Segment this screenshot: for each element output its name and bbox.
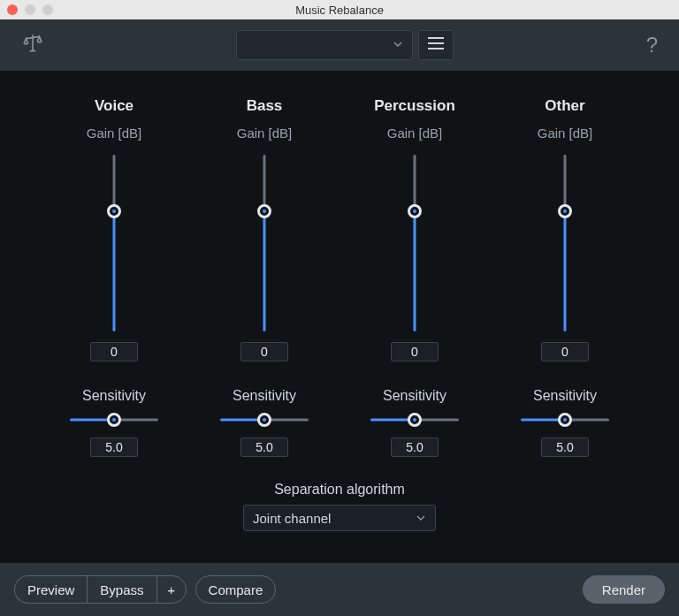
gain-slider-percussion[interactable] bbox=[406, 155, 423, 331]
sensitivity-label: Sensitivity bbox=[383, 388, 446, 404]
gain-slider-voice[interactable] bbox=[105, 155, 123, 331]
channel-title: Other bbox=[545, 97, 584, 115]
channel-title: Bass bbox=[247, 97, 283, 115]
preview-bypass-group: Preview Bypass + bbox=[14, 575, 187, 604]
gain-slider-bass[interactable] bbox=[256, 155, 273, 331]
main-panel: Voice Gain [dB] 0 Sensitivity 5.0 Bass G… bbox=[0, 71, 679, 563]
render-button[interactable]: Render bbox=[583, 575, 665, 604]
separation-dropdown[interactable]: Joint channel bbox=[243, 505, 436, 531]
channel-other: Other Gain [dB] 0 Sensitivity 5.0 bbox=[516, 97, 614, 457]
channel-percussion: Percussion Gain [dB] 0 Sensitivity 5.0 bbox=[366, 97, 463, 457]
gain-value-voice[interactable]: 0 bbox=[90, 342, 138, 361]
menu-icon bbox=[427, 36, 445, 54]
channel-bass: Bass Gain [dB] 0 Sensitivity 5.0 bbox=[216, 97, 313, 457]
sensitivity-value-other[interactable]: 5.0 bbox=[541, 437, 589, 457]
sensitivity-label: Sensitivity bbox=[233, 388, 296, 404]
channel-title: Voice bbox=[95, 97, 134, 115]
channels-row: Voice Gain [dB] 0 Sensitivity 5.0 Bass G… bbox=[18, 97, 661, 457]
topbar: ? bbox=[0, 19, 679, 71]
gain-label: Gain [dB] bbox=[87, 125, 142, 141]
add-snapshot-button[interactable]: + bbox=[156, 575, 187, 604]
sensitivity-value-voice[interactable]: 5.0 bbox=[90, 437, 138, 457]
channel-voice: Voice Gain [dB] 0 Sensitivity 5.0 bbox=[65, 97, 163, 457]
sensitivity-label: Sensitivity bbox=[82, 388, 146, 404]
gain-value-other[interactable]: 0 bbox=[541, 342, 589, 361]
preset-dropdown[interactable] bbox=[236, 30, 413, 60]
gain-label: Gain [dB] bbox=[237, 125, 293, 141]
gain-value-bass[interactable]: 0 bbox=[240, 342, 288, 361]
sensitivity-label: Sensitivity bbox=[533, 388, 597, 404]
gain-value-percussion[interactable]: 0 bbox=[391, 342, 439, 361]
help-button[interactable]: ? bbox=[646, 33, 658, 57]
gain-label: Gain [dB] bbox=[538, 125, 593, 141]
zoom-window-button[interactable] bbox=[42, 4, 53, 15]
sensitivity-slider-percussion[interactable] bbox=[370, 413, 459, 427]
separation-value: Joint channel bbox=[253, 511, 331, 526]
balance-icon bbox=[21, 32, 44, 58]
minimize-window-button[interactable] bbox=[25, 4, 35, 15]
sensitivity-slider-bass[interactable] bbox=[220, 413, 309, 427]
channel-title: Percussion bbox=[374, 97, 455, 115]
gain-slider-other[interactable] bbox=[556, 155, 574, 331]
close-window-button[interactable] bbox=[7, 4, 18, 15]
compare-button[interactable]: Compare bbox=[195, 575, 277, 604]
sensitivity-value-bass[interactable]: 5.0 bbox=[240, 437, 288, 457]
sensitivity-slider-other[interactable] bbox=[521, 413, 609, 427]
separation-row: Separation algorithm Joint channel bbox=[18, 482, 661, 531]
gain-label: Gain [dB] bbox=[387, 125, 443, 141]
traffic-lights bbox=[0, 4, 53, 15]
bypass-button[interactable]: Bypass bbox=[87, 575, 156, 604]
bottombar: Preview Bypass + Compare Render bbox=[0, 563, 679, 616]
menu-button[interactable] bbox=[418, 30, 454, 60]
sensitivity-slider-voice[interactable] bbox=[70, 413, 158, 427]
preview-button[interactable]: Preview bbox=[14, 575, 87, 604]
sensitivity-value-percussion[interactable]: 5.0 bbox=[391, 437, 439, 457]
separation-label: Separation algorithm bbox=[274, 482, 405, 498]
chevron-down-icon bbox=[416, 511, 426, 526]
chevron-down-icon bbox=[393, 37, 403, 53]
window-title: Music Rebalance bbox=[0, 4, 679, 17]
window-titlebar: Music Rebalance bbox=[0, 0, 679, 19]
